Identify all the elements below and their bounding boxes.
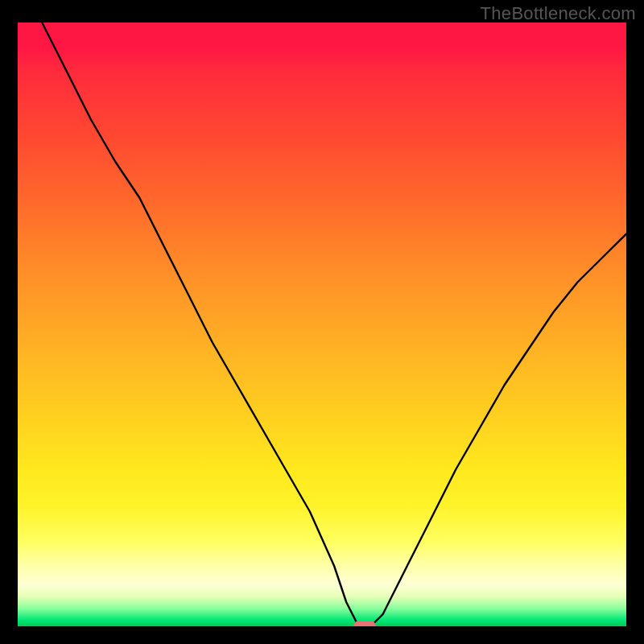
chart-frame: TheBottleneck.com: [0, 0, 644, 644]
curve-svg: [18, 23, 626, 626]
bottleneck-curve-path: [42, 23, 626, 626]
min-marker: [353, 621, 376, 626]
watermark-text: TheBottleneck.com: [481, 3, 636, 24]
plot-area: [18, 23, 626, 626]
